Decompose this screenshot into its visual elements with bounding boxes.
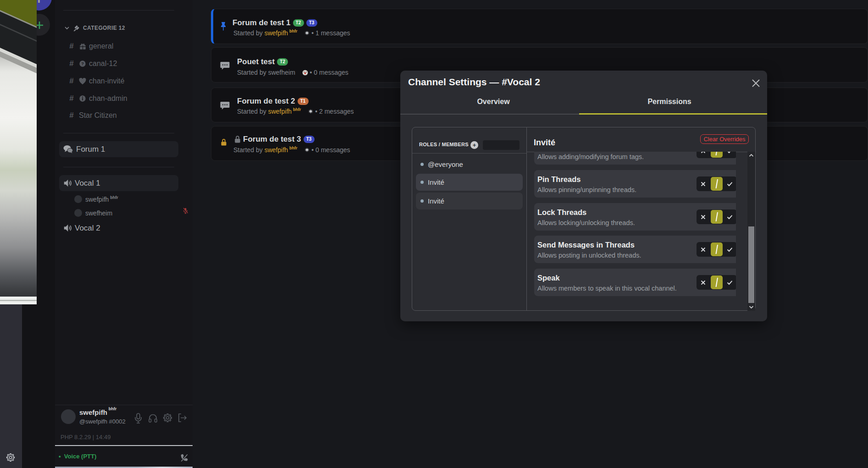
svg-text:?: ? <box>81 61 84 66</box>
